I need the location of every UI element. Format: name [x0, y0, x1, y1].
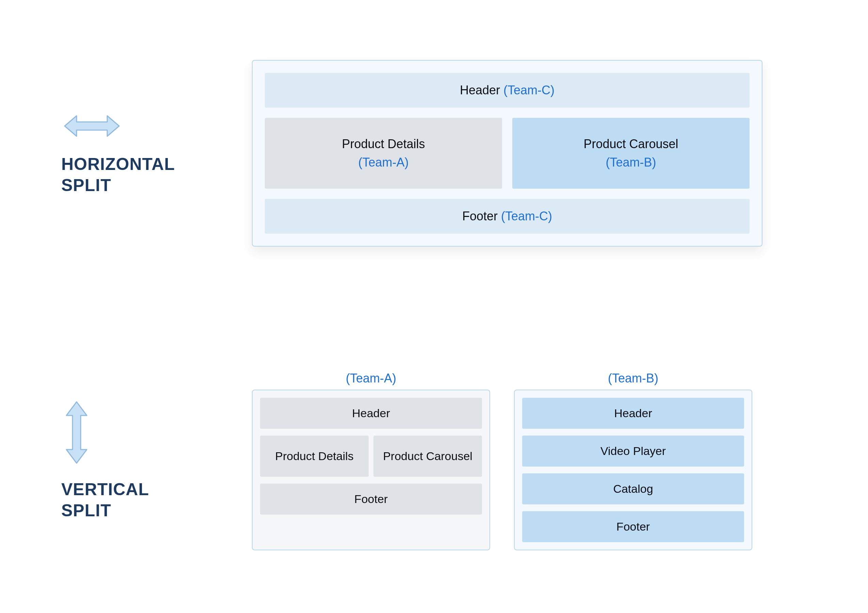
- horizontal-footer-team: (Team-C): [501, 209, 552, 223]
- panel-b-catalog: Catalog: [522, 473, 744, 504]
- vertical-arrow-icon: [61, 399, 92, 467]
- vertical-panel-b: (Team-B) Header Video Player Catalog Foo…: [514, 390, 752, 550]
- horizontal-footer-label: Footer: [462, 209, 501, 223]
- horizontal-label-column: HORIZONTAL SPLIT: [41, 111, 252, 196]
- horizontal-header-block: Header (Team-C): [265, 73, 750, 108]
- vertical-title-line2: SPLIT: [61, 501, 111, 520]
- horizontal-title: HORIZONTAL SPLIT: [61, 154, 175, 196]
- vertical-label-column: VERTICAL SPLIT: [41, 399, 252, 521]
- horizontal-title-line1: HORIZONTAL: [61, 155, 175, 174]
- panel-a-footer: Footer: [260, 484, 482, 515]
- panel-a-details: Product Details: [260, 436, 369, 477]
- horizontal-header-team: (Team-C): [504, 83, 555, 97]
- horizontal-diagram: Header (Team-C) Product Details (Team-A)…: [252, 60, 827, 247]
- horizontal-footer-block: Footer (Team-C): [265, 199, 750, 234]
- panel-b-footer: Footer: [522, 511, 744, 542]
- vertical-title-line1: VERTICAL: [61, 480, 149, 499]
- vertical-panels-wrap: (Team-A) Header Product Details Product …: [252, 390, 752, 550]
- panel-a-middle-row: Product Details Product Carousel: [260, 436, 482, 477]
- panel-b-video: Video Player: [522, 436, 744, 467]
- product-details-label: Product Details: [342, 135, 425, 153]
- horizontal-panel: Header (Team-C) Product Details (Team-A)…: [252, 60, 763, 247]
- diagram-root: HORIZONTAL SPLIT Header (Team-C) Product…: [0, 0, 868, 613]
- vertical-split-section: VERTICAL SPLIT (Team-A) Header Product D…: [0, 306, 868, 613]
- product-carousel-block: Product Carousel (Team-B): [512, 118, 750, 189]
- horizontal-arrow-icon: [61, 111, 122, 141]
- horizontal-middle-row: Product Details (Team-A) Product Carouse…: [265, 118, 750, 189]
- vertical-diagram: (Team-A) Header Product Details Product …: [252, 369, 827, 550]
- horizontal-header-label: Header: [460, 83, 504, 97]
- panel-a-carousel: Product Carousel: [374, 436, 482, 477]
- panel-b-team-label: (Team-B): [515, 371, 752, 385]
- horizontal-split-section: HORIZONTAL SPLIT Header (Team-C) Product…: [0, 0, 868, 306]
- panel-b-header: Header: [522, 398, 744, 429]
- horizontal-title-line2: SPLIT: [61, 176, 111, 195]
- vertical-title: VERTICAL SPLIT: [61, 479, 149, 521]
- product-carousel-label: Product Carousel: [583, 135, 678, 153]
- panel-a-header: Header: [260, 398, 482, 429]
- product-carousel-team: (Team-B): [606, 153, 656, 172]
- vertical-panel-a: (Team-A) Header Product Details Product …: [252, 390, 490, 550]
- product-details-team: (Team-A): [358, 153, 408, 172]
- product-details-block: Product Details (Team-A): [265, 118, 502, 189]
- panel-a-team-label: (Team-A): [253, 371, 490, 385]
